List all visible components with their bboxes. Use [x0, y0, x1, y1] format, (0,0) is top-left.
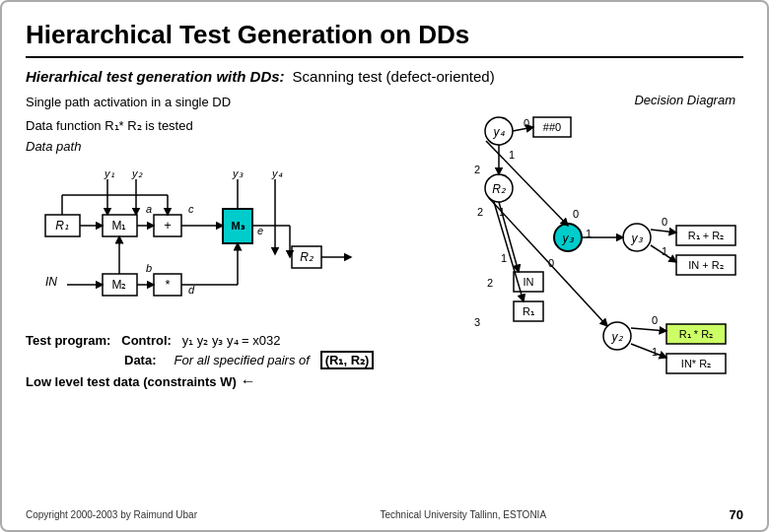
svg-text:y₃: y₃: [631, 232, 644, 245]
bottom-section: Test program: Control: y₁ y₂ y₃ y₄ = x03…: [26, 333, 440, 390]
title-divider: [26, 56, 743, 58]
datapath-diagram: y₁ y₂ y₃ y₄ R₁ M₁ a +: [26, 166, 420, 323]
svg-text:y₂: y₂: [131, 167, 143, 179]
data-label: Data:: [124, 353, 157, 367]
svg-text:R₂: R₂: [300, 250, 315, 264]
svg-text:y₄: y₄: [271, 167, 283, 179]
svg-text:0: 0: [662, 216, 667, 228]
content-area: Single path activation in a single DD Da…: [26, 93, 743, 419]
svg-text:2: 2: [474, 164, 480, 175]
footer-university: Technical University Tallinn, ESTONIA: [380, 509, 546, 520]
page-number: 70: [730, 507, 743, 522]
arrow-left-icon: ←: [241, 372, 256, 390]
data-highlight: (R₁, R₂): [320, 351, 375, 369]
svg-text:y₁: y₁: [104, 167, 114, 179]
test-program-row: Test program: Control: y₁ y₂ y₃ y₄ = x03…: [26, 333, 440, 348]
subtitle-italic: Hierarhical test generation with DDs:: [26, 68, 285, 85]
control-label: Control:: [121, 333, 172, 348]
svg-text:R₁: R₁: [523, 305, 534, 317]
decision-diagram-label: Decision Diagram: [440, 93, 735, 107]
svg-text:1: 1: [652, 346, 658, 358]
svg-text:##0: ##0: [543, 121, 561, 133]
svg-text:M₃: M₃: [231, 220, 245, 232]
test-program-label: Test program:: [26, 333, 110, 348]
svg-text:IN* R₂: IN* R₂: [681, 358, 711, 369]
right-panel: Decision Diagram y₄ 0 1 2: [440, 93, 745, 419]
svg-text:*: *: [165, 277, 170, 292]
subtitle-normal: Scanning test (defect-oriented): [293, 68, 495, 85]
subtitle-row: Hierarhical test generation with DDs: Sc…: [26, 68, 743, 85]
svg-text:b: b: [146, 262, 152, 274]
svg-text:1: 1: [501, 252, 507, 264]
svg-text:y₃: y₃: [562, 232, 575, 245]
slide-title: Hierarchical Test Generation on DDs: [26, 20, 743, 50]
svg-text:y₄: y₄: [493, 125, 505, 139]
svg-text:1: 1: [662, 245, 667, 257]
svg-text:IN: IN: [524, 276, 534, 288]
svg-line-90: [631, 344, 666, 358]
svg-text:y₃: y₃: [232, 167, 244, 179]
footer-copyright: Copyright 2000-2003 by Raimund Ubar: [26, 509, 197, 520]
svg-line-80: [494, 202, 524, 301]
control-value: y₁ y₂ y₃ y₄ = x032: [182, 333, 281, 348]
svg-text:1: 1: [509, 149, 515, 161]
decision-diagram: y₄ 0 1 2 ##0 R₂ y₃: [440, 109, 745, 415]
svg-text:M₂: M₂: [112, 278, 127, 292]
svg-text:M₁: M₁: [112, 219, 127, 233]
single-path-text1: Single path activation in a single DD: [26, 93, 231, 112]
svg-text:y₂: y₂: [611, 330, 624, 344]
svg-line-66: [651, 230, 676, 233]
left-panel: Single path activation in a single DD Da…: [26, 93, 440, 419]
data-path-label: Data path: [26, 139, 231, 154]
svg-text:a: a: [146, 203, 152, 215]
svg-text:0: 0: [652, 314, 658, 326]
svg-text:c: c: [188, 203, 194, 215]
data-value: For all specified pairs of: [175, 353, 310, 367]
data-row: Data: For all specified pairs of (R₁, R₂…: [124, 351, 440, 369]
svg-text:R₁ * R₂: R₁ * R₂: [679, 328, 713, 340]
low-level-row: Low level test data (constraints W) ←: [26, 372, 440, 390]
single-path-text2: Data function R₁* R₂ is tested: [26, 116, 231, 136]
slide: Hierarchical Test Generation on DDs Hier…: [0, 0, 769, 532]
svg-text:2: 2: [487, 277, 493, 289]
svg-text:0: 0: [573, 208, 579, 220]
svg-line-89: [631, 328, 666, 331]
svg-text:e: e: [257, 225, 263, 236]
svg-text:IN: IN: [45, 275, 57, 289]
svg-text:3: 3: [474, 316, 480, 328]
svg-text:+: +: [164, 218, 172, 233]
svg-text:R₁ + R₂: R₁ + R₂: [688, 230, 724, 241]
svg-text:R₂: R₂: [492, 182, 507, 196]
low-level-text: Low level test data (constraints W): [26, 374, 237, 389]
svg-text:IN + R₂: IN + R₂: [688, 259, 723, 271]
footer-row: Copyright 2000-2003 by Raimund Ubar Tech…: [2, 507, 767, 522]
svg-text:d: d: [188, 284, 195, 296]
svg-text:2: 2: [477, 206, 483, 218]
svg-text:R₁: R₁: [55, 219, 69, 233]
